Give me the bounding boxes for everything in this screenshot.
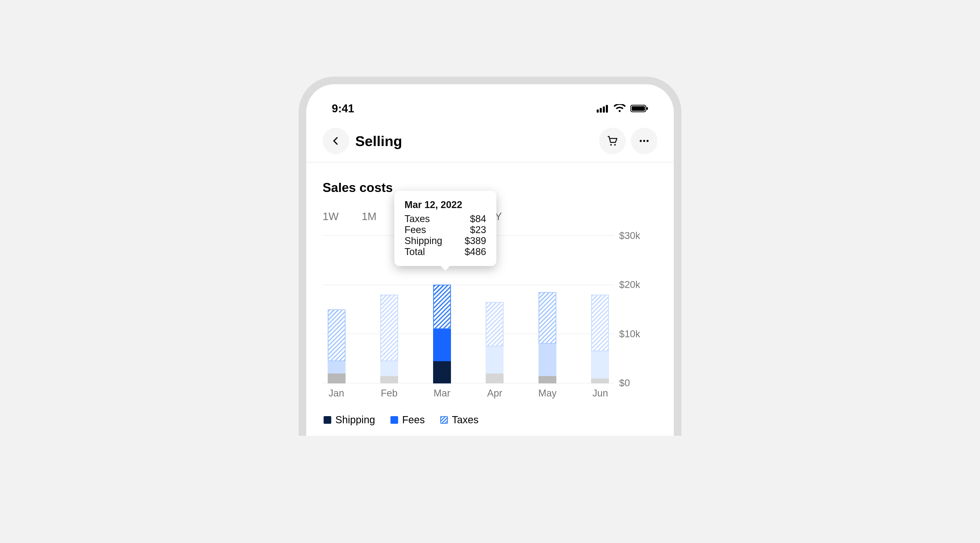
bar-may[interactable] [538, 292, 556, 384]
legend-item-fees: Fees [390, 414, 425, 425]
y-tick: $30k [619, 230, 657, 241]
cart-icon [607, 135, 618, 147]
x-tick: Apr [482, 388, 508, 399]
svg-rect-0 [597, 110, 599, 113]
legend-label: Shipping [335, 414, 375, 425]
tooltip-value: $23 [470, 225, 486, 236]
bar-segment [328, 309, 345, 361]
svg-rect-2 [603, 107, 605, 113]
tooltip-row: Shipping$389 [404, 236, 486, 246]
more-icon [638, 135, 650, 147]
chevron-left-icon [331, 136, 341, 146]
bar-segment [433, 329, 451, 361]
tooltip-label: Shipping [404, 236, 442, 246]
tooltip-value: $389 [465, 236, 486, 246]
bar-jun[interactable] [591, 295, 609, 384]
bar-segment [433, 285, 451, 329]
x-axis-labels: Jan Feb Mar Apr May Jun [323, 388, 614, 399]
chart-tooltip: Mar 12, 2022 Taxes$84 Fees$23 Shipping$3… [394, 191, 496, 266]
svg-point-10 [643, 140, 645, 142]
cart-button[interactable] [599, 127, 626, 154]
bar-segment [380, 361, 398, 376]
bar-segment [328, 374, 345, 384]
svg-point-8 [614, 144, 616, 145]
nav-right [599, 127, 657, 154]
legend-item-taxes: Taxes [440, 414, 479, 425]
chart-legend: Shipping Fees Taxes [323, 399, 657, 436]
bar-mar[interactable] [433, 285, 451, 384]
swatch-fees [390, 416, 398, 424]
cellular-icon [597, 104, 609, 113]
svg-rect-1 [600, 108, 602, 113]
bar-segment [591, 379, 609, 384]
tooltip-label: Total [404, 246, 425, 257]
y-tick: $0 [619, 377, 657, 389]
legend-label: Fees [402, 414, 425, 425]
status-bar: 9:41 [321, 100, 659, 125]
chart: Mar 12, 2022 Taxes$84 Fees$23 Shipping$3… [321, 236, 659, 436]
bar-apr[interactable] [486, 302, 504, 384]
svg-rect-6 [646, 107, 648, 110]
x-tick: Feb [376, 388, 402, 399]
status-icons [597, 104, 648, 113]
svg-rect-3 [606, 105, 608, 113]
y-axis-labels: $30k $20k $10k $0 [619, 230, 657, 389]
x-tick: May [535, 388, 560, 399]
phone-frame: 9:41 Selling Sales costs 1W 1M 1Y [299, 76, 681, 436]
svg-point-9 [640, 140, 641, 142]
bar-segment [486, 302, 504, 346]
bar-segment [328, 361, 345, 374]
bar-segment [538, 376, 556, 384]
tooltip-row: Total$486 [404, 246, 486, 257]
y-tick: $20k [619, 279, 657, 290]
nav-title: Selling [355, 133, 402, 149]
x-tick: Mar [429, 388, 455, 399]
tooltip-value: $84 [470, 213, 486, 225]
tooltip-row: Taxes$84 [404, 213, 486, 225]
tooltip-value: $486 [465, 246, 486, 257]
tooltip-date: Mar 12, 2022 [404, 199, 486, 210]
bar-segment [538, 344, 556, 376]
bar-segment [591, 295, 609, 351]
y-tick: $10k [619, 328, 657, 339]
legend-label: Taxes [452, 414, 479, 425]
legend-item-shipping: Shipping [324, 414, 375, 425]
nav-bar: Selling [321, 125, 659, 162]
bar-segment [486, 346, 504, 374]
svg-rect-5 [632, 106, 645, 111]
bar-segment [486, 374, 504, 384]
svg-point-7 [610, 144, 612, 145]
range-tab-1w[interactable]: 1W [323, 210, 339, 223]
battery-icon [630, 104, 648, 113]
x-tick: Jan [324, 388, 349, 399]
bar-segment [538, 292, 556, 344]
x-tick: Jun [587, 388, 613, 399]
tooltip-row: Fees$23 [404, 225, 486, 236]
tooltip-label: Taxes [404, 213, 430, 225]
wifi-icon [614, 104, 626, 113]
bar-segment [591, 351, 609, 378]
bar-segment [380, 376, 398, 384]
bar-jan[interactable] [328, 309, 345, 384]
bar-feb[interactable] [380, 295, 398, 384]
bar-segment [380, 295, 398, 361]
bar-segment [433, 361, 451, 384]
swatch-shipping [324, 416, 331, 424]
svg-point-11 [646, 140, 649, 142]
status-time: 9:41 [332, 102, 354, 115]
range-tab-1m[interactable]: 1M [362, 210, 376, 223]
nav-left: Selling [323, 127, 402, 154]
tooltip-label: Fees [404, 225, 426, 236]
more-button[interactable] [631, 127, 657, 154]
swatch-taxes [440, 416, 448, 424]
back-button[interactable] [323, 127, 349, 154]
